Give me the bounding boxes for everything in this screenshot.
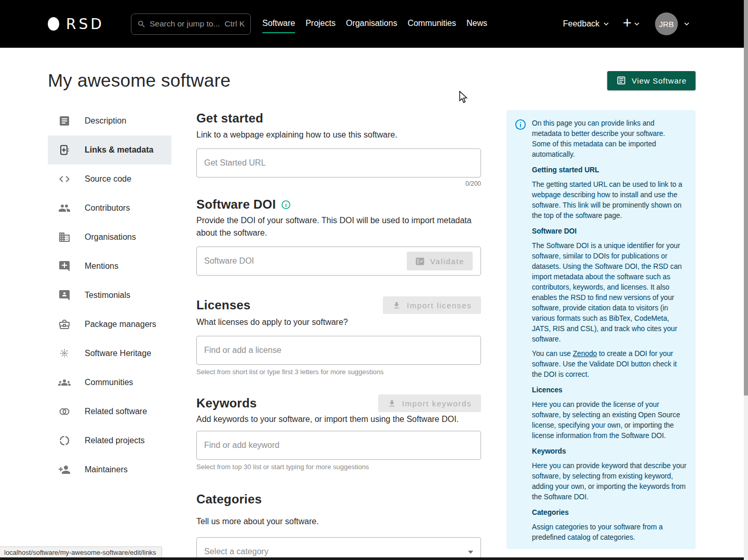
get-started-heading: Get started [196, 111, 481, 126]
add-menu[interactable]: + [623, 17, 639, 31]
page-title: My awesome software [48, 70, 231, 91]
panel-categories-heading: Categories [532, 508, 687, 518]
sidebar-item-links-metadata[interactable]: Links & metadata [48, 135, 171, 165]
plus-icon: + [623, 16, 632, 31]
software-doi-input[interactable] [204, 256, 396, 266]
main-nav: Software Projects Organisations Communit… [262, 19, 487, 29]
info-icon [515, 119, 526, 130]
nav-news[interactable]: News [466, 19, 487, 29]
sidebar-item-label: Organisations [85, 233, 136, 242]
scrollbar-thumb[interactable] [744, 0, 748, 395]
links-metadata-form: Get started Link to a webpage explaining… [196, 106, 481, 560]
top-navbar: RSD Search or jump to... Ctrl K Software… [0, 0, 744, 48]
categories-description: Tell us more about your software. [196, 515, 481, 528]
get-started-url-input[interactable] [204, 158, 473, 168]
view-software-label: View Software [632, 76, 687, 85]
edit-sections-sidebar: Description Links & metadata Source code… [48, 106, 171, 560]
browser-status-bar: localhost/software/my-awesome-software/e… [0, 547, 162, 558]
article-icon [616, 75, 626, 86]
feedback-menu[interactable]: Feedback [563, 19, 609, 29]
panel-licences-text: Here you can provide the license of your… [532, 400, 687, 441]
person-comment-icon [58, 289, 71, 302]
avatar[interactable]: JRB [655, 12, 678, 35]
people-icon [58, 202, 71, 214]
sidebar-item-maintainers[interactable]: Maintainers [48, 455, 171, 484]
software-doi-heading: Software DOI [196, 197, 481, 212]
keywords-description: Add keywords to your software, or import… [196, 413, 481, 426]
overlapping-circles-icon [58, 405, 71, 418]
validate-doi-button[interactable]: Validate [407, 252, 473, 270]
code-icon [58, 173, 71, 185]
sidebar-item-source-code[interactable]: Source code [48, 165, 171, 194]
sidebar-item-mentions[interactable]: Mentions [48, 252, 171, 281]
nav-projects[interactable]: Projects [305, 19, 336, 29]
sidebar-item-related-projects[interactable]: Related projects [48, 426, 171, 455]
rsd-logo[interactable]: RSD [48, 16, 131, 33]
zenodo-before: You can use [532, 350, 573, 358]
info-panel: On this page you can provide links and m… [506, 110, 696, 549]
sidebar-item-label: Maintainers [85, 465, 128, 474]
chevron-down-icon [634, 22, 639, 25]
zenodo-link[interactable]: Zenodo [573, 350, 597, 358]
keywords-heading: Keywords [196, 396, 257, 411]
import-licenses-label: Import licenses [407, 301, 472, 310]
chevron-down-icon [604, 22, 609, 25]
search-icon [137, 20, 146, 29]
panel-keywords-heading: Keywords [532, 446, 687, 457]
licenses-description: What licenses do apply to your software? [196, 316, 481, 329]
keyword-input[interactable] [204, 441, 473, 450]
sidebar-item-testimonials[interactable]: Testimonials [48, 281, 171, 310]
import-keywords-button[interactable]: Import keywords [378, 394, 481, 412]
person-add-icon [58, 463, 71, 476]
import-licenses-button[interactable]: Import licenses [383, 296, 481, 314]
global-search-input[interactable]: Search or jump to... Ctrl K [131, 13, 251, 35]
category-select[interactable]: Select a category [196, 537, 481, 560]
keyword-field [196, 431, 481, 460]
view-software-button[interactable]: View Software [607, 71, 696, 90]
licenses-helper-text: Select from short list or type first 3 l… [196, 368, 481, 376]
mouse-cursor [459, 91, 469, 104]
page: RSD Search or jump to... Ctrl K Software… [0, 0, 748, 560]
sidebar-item-label: Software Heritage [85, 349, 151, 358]
panel-software-doi-text: The Software DOI is a unique identifier … [532, 241, 687, 345]
nav-organisations[interactable]: Organisations [346, 19, 397, 29]
sidebar-item-label: Mentions [85, 262, 118, 271]
panel-licences-heading: Licences [532, 385, 687, 395]
add-link-icon [58, 144, 71, 156]
article-icon [58, 115, 71, 127]
navbar-right: Feedback + JRB [563, 12, 689, 35]
panel-zenodo-text: You can use Zenodo to create a DOI for y… [532, 349, 687, 380]
sidebar-item-label: Links & metadata [85, 145, 153, 155]
nav-software[interactable]: Software [262, 19, 295, 29]
info-icon[interactable] [281, 200, 291, 210]
panel-software-doi-heading: Software DOI [532, 226, 687, 237]
sidebar-item-label: Testimonials [85, 291, 130, 300]
download-icon [392, 301, 401, 310]
sidebar-item-label: Communities [85, 378, 133, 387]
search-placeholder: Search or jump to... [150, 19, 221, 29]
nav-communities[interactable]: Communities [408, 19, 456, 29]
rsd-logo-text: RSD [66, 16, 104, 33]
sidebar-item-package-managers[interactable]: Package managers [48, 310, 171, 339]
sidebar-item-organisations[interactable]: Organisations [48, 223, 171, 252]
sidebar-item-label: Description [85, 116, 126, 126]
scrollbar[interactable] [744, 0, 748, 560]
sidebar-item-description[interactable]: Description [48, 106, 171, 135]
bottom-strip [0, 557, 748, 560]
keywords-helper-text: Select from top 30 list or start typing … [196, 463, 481, 471]
license-input[interactable] [204, 346, 473, 355]
feedback-label: Feedback [563, 19, 599, 29]
sidebar-item-contributors[interactable]: Contributors [48, 194, 171, 223]
sidebar-item-label: Related software [85, 407, 147, 416]
sidebar-item-related-software[interactable]: Related software [48, 397, 171, 426]
sidebar-item-software-heritage[interactable]: Software Heritage [48, 339, 171, 368]
sidebar-item-label: Package managers [85, 320, 156, 329]
panel-intro: On this page you can provide links and m… [532, 118, 680, 160]
building-icon [58, 231, 71, 243]
rsd-logo-dot-icon [48, 17, 59, 31]
software-doi-field: Validate [196, 247, 481, 276]
category-select-placeholder: Select a category [204, 547, 269, 556]
dropdown-arrow-icon [468, 551, 473, 554]
sidebar-item-communities[interactable]: Communities [48, 368, 171, 397]
add-comment-icon [58, 260, 71, 272]
